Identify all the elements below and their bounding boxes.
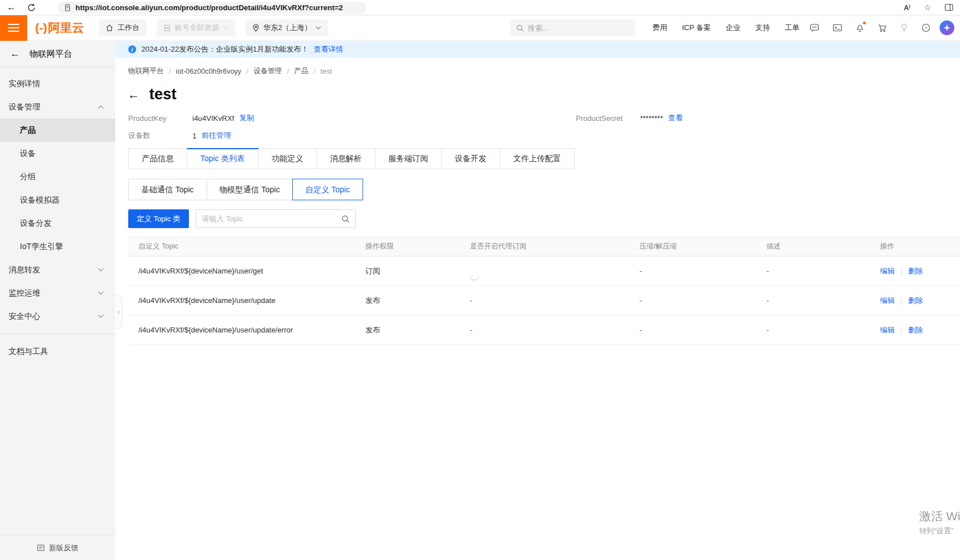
edit-link[interactable]: 编辑 [880,296,895,306]
topic-cell: /i4u4VIKvRXf/${deviceName}/user/update/e… [128,326,365,334]
breadcrumb-item[interactable]: 产品 [294,66,308,76]
col-header-compression: 压缩/解压缩 [639,242,767,251]
aliyun-logo-mark: (-) [35,21,47,35]
sidebar-item-device-management[interactable]: 设备管理 [0,95,115,119]
sidebar-item-docs-tools[interactable]: 文档与工具 [0,340,115,363]
sidebar-item-devices[interactable]: 设备 [0,142,115,165]
view-secret-link[interactable]: 查看 [668,113,683,123]
tab-server-subscription[interactable]: 服务端订阅 [375,148,442,169]
search-icon[interactable] [342,215,350,223]
resources-icon [163,24,171,32]
breadcrumb-item[interactable]: iot-06z00c0h9r6voyy [176,68,241,75]
sidebar-item-monitoring-ops[interactable]: 监控运维 [0,281,115,305]
proxy-subscribe-cell: - [470,296,639,305]
sidebar-item-iot-twin[interactable]: IoT孪生引擎 [0,235,115,258]
nav-item-enterprise[interactable]: 企业 [726,23,740,33]
device-count-label: 设备数 [128,130,192,141]
hamburger-menu[interactable] [0,15,27,41]
sidebar-item-device-simulator[interactable]: 设备模拟器 [0,188,115,212]
region-selector[interactable]: 华东2（上海） [246,19,328,36]
permission-cell: 订阅 [365,266,470,276]
nav-item-icp[interactable]: ICP 备案 [682,23,711,33]
product-key-value: i4u4VIKvRXf [192,114,234,123]
global-search-input[interactable] [528,24,618,32]
browser-back-icon[interactable]: ← [7,2,16,12]
edit-link[interactable]: 编辑 [880,325,895,335]
subtab-model-topic[interactable]: 物模型通信 Topic [207,179,293,200]
breadcrumb-item[interactable]: 设备管理 [254,66,282,76]
define-topic-button[interactable]: 定义 Topic 类 [128,209,189,228]
lightbulb-icon[interactable] [900,23,908,32]
cart-icon[interactable] [878,24,887,32]
page-info-icon[interactable] [64,4,71,11]
sidebar-back[interactable]: ← 物联网平台 [0,41,115,67]
description-cell: - [767,296,880,305]
announcement-text: 2024-01-22发布公告：企业版实例1月新功能发布！ [141,44,309,54]
browser-refresh-icon[interactable] [27,3,36,12]
nav-item-support[interactable]: 支持 [755,23,770,33]
favorite-star-icon[interactable]: ☆ [924,3,931,12]
tab-feature-definition[interactable]: 功能定义 [258,148,317,169]
tab-message-parsing[interactable]: 消息解析 [317,148,376,169]
delete-link[interactable]: 删除 [908,296,923,306]
compression-cell: - [639,296,767,305]
top-navigation: (-) 阿里云 工作台 账号全部资源 华东2（上海） [0,15,960,41]
read-aloud-icon[interactable]: A) [904,3,910,12]
table-row: /i4u4VIKvRXf/${deviceName}/user/update/e… [128,315,960,345]
topic-cell: /i4u4VIKvRXf/${deviceName}/user/update [128,296,365,305]
topic-cell: /i4u4VIKvRXf/${deviceName}/user/get [128,267,365,275]
browser-url-field[interactable]: https://iot.console.aliyun.com/product/p… [57,2,367,14]
sidebar-item-instance-detail[interactable]: 实例详情 [0,72,115,95]
sidebar-item-device-distribution[interactable]: 设备分发 [0,212,115,235]
help-icon[interactable]: ? [921,23,930,32]
nav-item-billing[interactable]: 费用 [652,23,667,33]
compression-cell: - [639,267,767,275]
sidebar-item-products[interactable]: 产品 [0,119,115,142]
global-search[interactable] [511,19,635,36]
delete-link[interactable]: 删除 [908,325,923,335]
compression-cell: - [639,326,767,334]
tab-topic-list[interactable]: Topic 类列表 [187,148,259,169]
breadcrumb: 物联网平台 / iot-06z00c0h9r6voyy / 设备管理 / 产品 … [115,58,960,76]
nav-item-tickets[interactable]: 工单 [785,23,799,33]
delete-link[interactable]: 删除 [908,266,923,276]
topic-search-input[interactable] [202,214,342,223]
tab-device-development[interactable]: 设备开发 [441,148,500,169]
breadcrumb-item[interactable]: 物联网平台 [128,66,164,76]
sidebar-item-security-center[interactable]: 安全中心 [0,305,115,328]
tab-product-info[interactable]: 产品信息 [128,148,187,169]
notification-dot [863,22,866,24]
user-avatar[interactable] [940,20,954,35]
announcement-details-link[interactable]: 查看详情 [314,44,343,54]
announcement-bar: i 2024-01-22发布公告：企业版实例1月新功能发布！ 查看详情 [115,41,960,58]
aliyun-logo[interactable]: (-) 阿里云 [35,20,84,36]
account-resources-selector[interactable]: 账号全部资源 [157,19,235,36]
chevron-down-icon [98,314,104,318]
browser-sidebar-icon[interactable] [945,3,953,11]
sidebar-item-groups[interactable]: 分组 [0,165,115,188]
manage-devices-link[interactable]: 前往管理 [201,130,231,141]
page-title: test [149,86,176,103]
notifications-bell-icon[interactable] [856,23,864,32]
subtab-custom-topic[interactable]: 自定义 Topic [292,179,363,200]
back-button[interactable]: ← [128,88,140,102]
workbench-button[interactable]: 工作台 [99,19,146,36]
tab-file-upload-config[interactable]: 文件上传配置 [500,148,575,169]
sidebar-collapse-handle[interactable]: ‹ [115,295,123,329]
feedback-button[interactable]: 新版反馈 [0,535,115,560]
sidebar-item-message-forwarding[interactable]: 消息转发 [0,258,115,281]
chevron-down-icon [315,26,321,30]
breadcrumb-current: test [321,68,332,75]
product-meta: ProductKey i4u4VIKvRXf 复制 设备数 1 前往管理 Pro… [115,103,960,141]
api-icon[interactable]: API [810,23,819,32]
arrow-left-icon[interactable]: ← [10,48,20,60]
browser-address-bar: ← https://iot.console.aliyun.com/product… [0,0,960,15]
terminal-icon[interactable] [833,24,842,32]
subtab-basic-topic[interactable]: 基础通信 Topic [128,179,207,200]
table-header: 自定义 Topic 操作权限 是否开启代理订阅 压缩/解压缩 描述 操作 [128,237,960,256]
copy-link[interactable]: 复制 [239,113,254,123]
topic-search-box [196,209,356,228]
home-icon [106,24,113,32]
sidebar: ← 物联网平台 实例详情 设备管理 产品 设备 分组 设备模拟器 设备分发 [0,41,115,560]
edit-link[interactable]: 编辑 [880,266,895,276]
